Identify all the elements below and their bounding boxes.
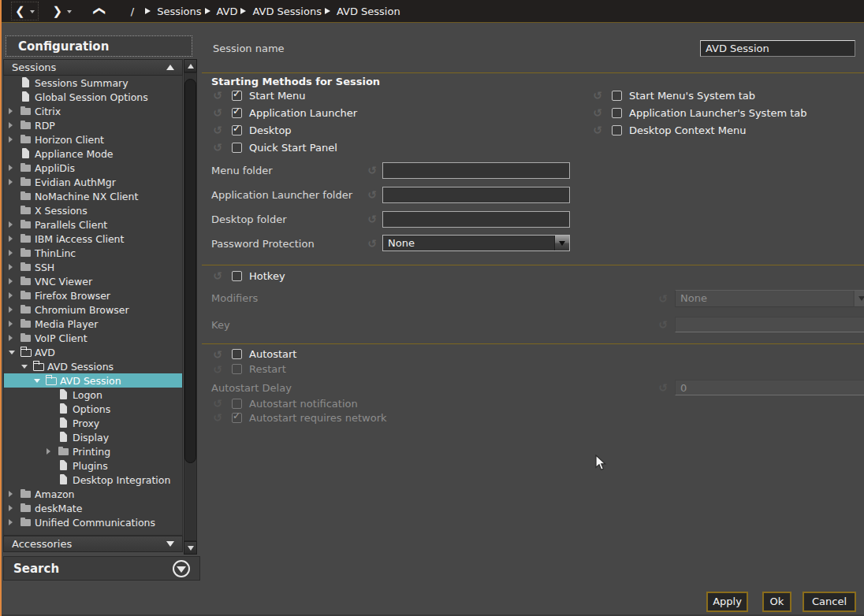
tree-item-firefox-browser[interactable]: Firefox Browser: [4, 288, 182, 302]
expander-collapsed-icon[interactable]: [9, 278, 20, 284]
expander-collapsed-icon[interactable]: [9, 264, 20, 270]
tree-item-printing[interactable]: Printing: [4, 444, 182, 458]
breadcrumb-item-avd[interactable]: AVD: [217, 6, 238, 17]
revert-icon[interactable]: ↺: [211, 348, 224, 361]
search-expand-button[interactable]: [173, 560, 190, 577]
revert-icon[interactable]: ↺: [211, 89, 224, 102]
expander-collapsed-icon[interactable]: [9, 165, 20, 171]
revert-icon[interactable]: ↺: [591, 124, 604, 136]
scrollbar-down-button[interactable]: [184, 541, 197, 555]
expander-collapsed-icon[interactable]: [9, 221, 20, 228]
tree-item-voip-client[interactable]: VoIP Client: [4, 331, 182, 345]
expander-collapsed-icon[interactable]: [9, 179, 20, 185]
revert-icon[interactable]: ↺: [366, 188, 378, 201]
revert-icon[interactable]: ↺: [211, 269, 224, 282]
tree-item-vnc-viewer[interactable]: VNC Viewer: [4, 274, 182, 288]
expander-collapsed-icon[interactable]: [9, 505, 20, 511]
checkbox-hotkey[interactable]: [232, 271, 242, 281]
checkbox-start-menu[interactable]: ✓: [232, 91, 242, 101]
tree-item-appliance-mode[interactable]: Appliance Mode: [4, 147, 182, 161]
revert-icon[interactable]: ↺: [211, 141, 224, 154]
revert-icon[interactable]: ↺: [591, 89, 604, 102]
revert-icon[interactable]: ↺: [366, 164, 378, 176]
tree-item-avd[interactable]: AVD: [4, 345, 182, 359]
cancel-button[interactable]: Cancel: [803, 592, 856, 612]
forward-history-dropdown-icon[interactable]: [67, 10, 72, 13]
tree-item-proxy[interactable]: Proxy: [4, 416, 182, 430]
tree-item-horizon-client[interactable]: Horizon Client: [4, 132, 182, 147]
expander-collapsed-icon[interactable]: [9, 491, 20, 497]
checkbox-desktop[interactable]: ✓: [232, 125, 242, 135]
tree-item-amazon[interactable]: Amazon: [4, 487, 182, 501]
desktop-folder-input[interactable]: [382, 211, 570, 228]
session-name-input[interactable]: [700, 40, 855, 57]
expander-collapsed-icon[interactable]: [9, 292, 20, 299]
tree-item-evidian-authmgr[interactable]: Evidian AuthMgr: [4, 175, 182, 189]
tree-item-plugins[interactable]: Plugins: [4, 458, 182, 473]
dropdown-arrow-icon[interactable]: [554, 236, 569, 250]
breadcrumb-item-sessions[interactable]: Sessions: [157, 6, 201, 17]
tree-item-ibm-iaccess-client[interactable]: IBM iAccess Client: [4, 232, 182, 246]
scrollbar-up-button[interactable]: [184, 59, 197, 72]
checkbox-start-menu-s-system-tab[interactable]: [612, 91, 622, 101]
revert-icon[interactable]: ↺: [366, 237, 378, 250]
breadcrumb-item-avd-session[interactable]: AVD Session: [337, 6, 400, 17]
revert-icon[interactable]: ↺: [366, 213, 378, 225]
tree-item-parallels-client[interactable]: Parallels Client: [4, 217, 182, 232]
expander-expanded-icon[interactable]: [21, 365, 32, 369]
checkbox-desktop-context-menu[interactable]: [612, 125, 622, 135]
breadcrumb-root[interactable]: /: [131, 6, 134, 17]
tree-item-x-sessions[interactable]: X Sessions: [4, 203, 182, 217]
apply-button[interactable]: Apply: [706, 592, 748, 612]
tree-item-desktop-integration[interactable]: Desktop Integration: [4, 473, 182, 487]
tree-item-citrix[interactable]: Citrix: [4, 104, 182, 118]
expander-collapsed-icon[interactable]: [9, 306, 20, 313]
expander-collapsed-icon[interactable]: [9, 519, 20, 525]
checkbox-quick-start-panel[interactable]: [232, 143, 242, 153]
tree-item-applidis[interactable]: AppliDis: [4, 161, 182, 175]
checkbox-autostart[interactable]: [232, 349, 242, 359]
tree-item-options[interactable]: Options: [4, 402, 182, 416]
tree-item-unified-communications[interactable]: Unified Communications: [4, 515, 182, 529]
search-panel-header[interactable]: Search: [3, 556, 200, 581]
expander-collapsed-icon[interactable]: [47, 448, 58, 455]
forward-button[interactable]: ❯: [50, 2, 76, 20]
tree-item-deskmate[interactable]: deskMate: [4, 501, 182, 515]
breadcrumb-item-avd-sessions[interactable]: AVD Sessions: [252, 6, 321, 17]
scrollbar-thumb[interactable]: [184, 79, 196, 463]
tree-item-display[interactable]: Display: [4, 430, 182, 444]
up-button[interactable]: ❮: [92, 2, 109, 20]
section-header-sessions[interactable]: Sessions: [3, 59, 183, 76]
revert-icon[interactable]: ↺: [211, 124, 224, 136]
expander-collapsed-icon[interactable]: [9, 321, 20, 327]
tree-item-global-session-options[interactable]: Global Session Options: [4, 90, 182, 104]
tree-item-thinlinc[interactable]: ThinLinc: [4, 246, 182, 260]
password-protection-dropdown[interactable]: None: [382, 235, 570, 251]
expander-collapsed-icon[interactable]: [9, 250, 20, 256]
back-history-dropdown-icon[interactable]: [30, 10, 35, 13]
revert-icon[interactable]: ↺: [591, 106, 604, 119]
tree-item-rdp[interactable]: RDP: [4, 118, 182, 132]
section-header-accessories[interactable]: Accessories: [3, 536, 183, 552]
tree-item-chromium-browser[interactable]: Chromium Browser: [4, 302, 182, 317]
app-launcher-folder-input[interactable]: [382, 187, 570, 203]
menu-folder-input[interactable]: [382, 162, 570, 179]
checkbox-application-launcher-s-system-tab[interactable]: [612, 108, 622, 118]
expander-collapsed-icon[interactable]: [9, 108, 20, 114]
expander-expanded-icon[interactable]: [34, 379, 45, 383]
revert-icon[interactable]: ↺: [211, 106, 224, 119]
ok-button[interactable]: Ok: [762, 592, 791, 612]
tree-item-ssh[interactable]: SSH: [4, 260, 182, 274]
expander-collapsed-icon[interactable]: [9, 136, 20, 143]
tree-item-media-player[interactable]: Media Player: [4, 317, 182, 331]
expander-collapsed-icon[interactable]: [9, 335, 20, 341]
tree-item-logon[interactable]: Logon: [4, 388, 182, 402]
tree-item-avd-session[interactable]: AVD Session: [4, 373, 182, 388]
back-button[interactable]: ❮: [11, 2, 39, 20]
tree-item-sessions-summary[interactable]: Sessions Summary: [4, 76, 182, 90]
expander-collapsed-icon[interactable]: [9, 122, 20, 128]
tree-item-avd-sessions[interactable]: AVD Sessions: [4, 359, 182, 373]
tree-item-nomachine-nx-client[interactable]: NoMachine NX Client: [4, 189, 182, 203]
expander-expanded-icon[interactable]: [9, 351, 20, 354]
checkbox-application-launcher[interactable]: ✓: [232, 108, 242, 118]
